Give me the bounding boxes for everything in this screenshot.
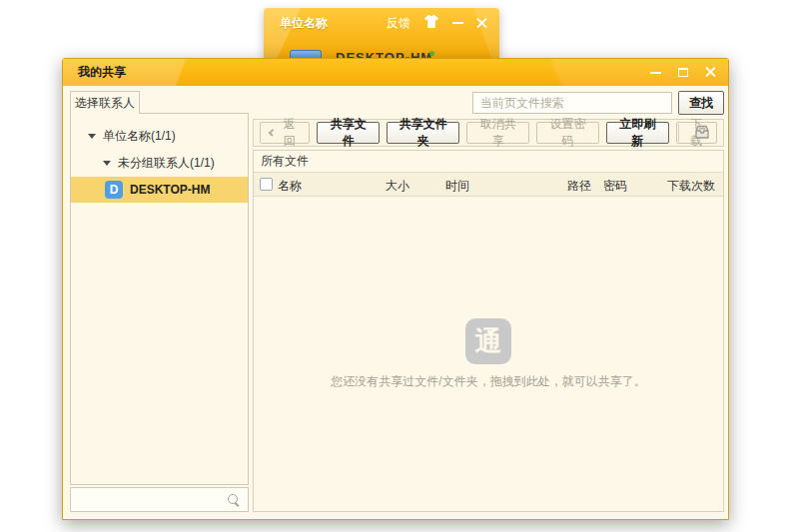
file-search-input[interactable]	[472, 92, 672, 114]
skin-shirt-icon[interactable]	[423, 14, 439, 32]
find-button[interactable]: 查找	[678, 91, 724, 115]
back-button[interactable]: 返回	[260, 122, 310, 144]
all-files-bar: 所有文件	[254, 151, 723, 173]
tab-select-contacts[interactable]: 选择联系人	[70, 91, 140, 114]
set-password-button[interactable]: 设置密码	[536, 122, 599, 144]
page: 单位名称 反馈 DESKTOP-HM 我的共享	[0, 0, 799, 532]
content-area: 查找 返回 共享文件 共享文件夹 取消共享 设置密码 立即刷新 下载	[253, 91, 724, 512]
contact-name: DESKTOP-HM	[130, 183, 210, 197]
titlebar[interactable]: 我的共享	[63, 59, 728, 86]
column-downloads[interactable]: 下载次数	[667, 178, 715, 195]
share-file-button[interactable]: 共享文件	[317, 122, 380, 144]
collapse-arrow-icon[interactable]	[103, 161, 111, 166]
sidebar: 选择联系人 单位名称(1/1) 未分组联系人(1/1) D DESKTOP-HM	[70, 91, 249, 512]
background-window-peek: DESKTOP-HM	[264, 48, 499, 58]
background-window-titlebar[interactable]: 单位名称 反馈	[264, 8, 499, 38]
occluded-blue-button[interactable]	[290, 50, 322, 58]
share-folder-button[interactable]: 共享文件夹	[387, 122, 459, 144]
chevron-left-icon	[269, 129, 277, 137]
tree-node-label: 未分组联系人(1/1)	[118, 155, 215, 172]
tree-node-ungrouped[interactable]: 未分组联系人(1/1)	[71, 150, 248, 177]
select-all-checkbox[interactable]	[260, 178, 273, 191]
column-password[interactable]: 密码	[603, 178, 627, 195]
file-search-row: 查找	[253, 91, 724, 115]
inbox-tray-icon[interactable]	[693, 125, 711, 144]
feedback-link[interactable]: 反馈	[387, 15, 410, 32]
search-icon[interactable]	[227, 493, 241, 507]
tree-node-organization[interactable]: 单位名称(1/1)	[71, 123, 248, 150]
file-table-body[interactable]: 通 您还没有共享过文件/文件夹，拖拽到此处，就可以共享了。	[254, 197, 723, 511]
occluded-contact-name: DESKTOP-HM	[336, 50, 432, 58]
column-path[interactable]: 路径	[567, 178, 591, 195]
empty-state: 通 您还没有共享过文件/文件夹，拖拽到此处，就可以共享了。	[254, 318, 723, 390]
app-logo-icon: 通	[465, 318, 511, 364]
tree-node-contact-selected[interactable]: D DESKTOP-HM	[71, 177, 248, 203]
maximize-button[interactable]	[678, 68, 688, 77]
cancel-share-button[interactable]: 取消共享	[466, 122, 529, 144]
contact-search-box	[70, 487, 249, 512]
file-table-header: 名称 大小 时间 路径 密码 下载次数	[254, 173, 723, 197]
column-time[interactable]: 时间	[445, 178, 469, 195]
window-controls	[650, 67, 716, 78]
refresh-now-button[interactable]: 立即刷新	[606, 122, 669, 144]
background-window-title: 单位名称	[280, 15, 328, 32]
background-close-button[interactable]	[476, 18, 487, 29]
background-minimize-button[interactable]	[452, 22, 463, 24]
toolbar-divider	[678, 124, 679, 142]
column-size[interactable]: 大小	[386, 178, 409, 195]
background-window-controls: 反馈	[387, 14, 487, 32]
minimize-button[interactable]	[650, 72, 661, 74]
contact-search-input[interactable]	[78, 493, 227, 507]
online-status-dot	[429, 51, 434, 56]
toolbar: 返回 共享文件 共享文件夹 取消共享 设置密码 立即刷新 下载	[253, 119, 724, 147]
window-body: 选择联系人 单位名称(1/1) 未分组联系人(1/1) D DESKTOP-HM	[63, 86, 728, 520]
tree-node-label: 单位名称(1/1)	[103, 128, 176, 145]
column-name[interactable]: 名称	[278, 178, 302, 195]
my-shares-window: 我的共享 选择联系人 单位名称(1/1) 未分组联系人(1/1)	[62, 58, 729, 520]
contact-tree: 单位名称(1/1) 未分组联系人(1/1) D DESKTOP-HM	[70, 113, 249, 485]
close-button[interactable]	[705, 67, 716, 78]
file-panel: 所有文件 名称 大小 时间 路径 密码 下载次数 通 您还没有共享过文件/文件	[253, 150, 724, 512]
contact-avatar: D	[105, 181, 123, 199]
collapse-arrow-icon[interactable]	[88, 134, 96, 139]
window-title: 我的共享	[78, 64, 126, 81]
empty-state-message: 您还没有共享过文件/文件夹，拖拽到此处，就可以共享了。	[331, 373, 645, 390]
background-window: 单位名称 反馈 DESKTOP-HM	[264, 8, 499, 58]
